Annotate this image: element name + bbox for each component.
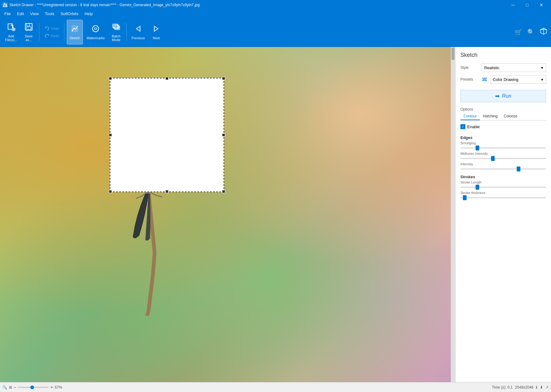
- titlebar-text: Sketch Drawer - ****Unregistered version…: [9, 3, 200, 7]
- menu-view[interactable]: View: [27, 11, 42, 17]
- watermarks-label: Watermarks: [87, 36, 105, 40]
- presets-label: Presets: [460, 77, 479, 82]
- sketch-selection[interactable]: [110, 78, 224, 192]
- search-icon[interactable]: 🔍: [526, 27, 536, 37]
- intensity-thumb[interactable]: [517, 166, 520, 171]
- handle-top-middle[interactable]: [165, 77, 169, 80]
- enable-row: ✓ Enable: [455, 123, 551, 130]
- sketch-icon: [70, 24, 79, 35]
- midtones-thumb[interactable]: [491, 156, 495, 161]
- sketch-button[interactable]: Sketch: [67, 20, 83, 44]
- batch-mode-icon: [112, 23, 121, 33]
- options-tabs: Contour Hatching Colorize: [460, 113, 546, 120]
- download-icon: ⬇: [540, 385, 543, 390]
- save-as-icon: [24, 23, 33, 33]
- add-file-label: Add File(s)...: [5, 34, 17, 42]
- vertical-scrollbar[interactable]: [451, 47, 455, 382]
- minimize-button[interactable]: ─: [506, 0, 520, 10]
- redo-button[interactable]: Redo: [43, 32, 60, 39]
- style-dropdown[interactable]: Realistic ▾: [481, 63, 546, 72]
- handle-bottom-middle[interactable]: [165, 190, 169, 193]
- app-icon: [2, 2, 7, 7]
- stroke-length-label: Stroke Length: [455, 180, 551, 185]
- smudging-label: Smudging: [455, 141, 551, 145]
- zoom-icon-search: 🔍: [2, 385, 7, 390]
- stroke-length-slider[interactable]: [455, 185, 551, 190]
- statusbar-right: Time (s): 0.1 2048x2048 ℹ ⬇ ↗: [492, 385, 549, 390]
- titlebar: Sketch Drawer - ****Unregistered version…: [0, 0, 551, 10]
- zoom-slider[interactable]: [18, 387, 49, 388]
- toolbar: Add File(s)... Save as... Undo Redo Sket…: [0, 17, 551, 47]
- enable-checkbox[interactable]: ✓: [460, 124, 465, 129]
- intensity-slider[interactable]: [455, 167, 551, 172]
- midtones-label: Midtones Intensity: [455, 151, 551, 156]
- stroke-thickness-slider[interactable]: [455, 196, 551, 201]
- tab-hatching[interactable]: Hatching: [480, 113, 501, 120]
- info-icon: ℹ: [536, 385, 537, 390]
- style-row: Style Realistic ▾: [460, 63, 546, 72]
- previous-button[interactable]: Previous: [129, 20, 147, 44]
- handle-top-right[interactable]: [222, 77, 225, 80]
- presets-dropdown[interactable]: Color Drawing ▾: [490, 75, 546, 84]
- tab-colorize[interactable]: Colorize: [501, 113, 520, 120]
- smudging-thumb[interactable]: [476, 145, 479, 150]
- fit-icon: ⊞: [9, 385, 12, 390]
- scrollbar-thumb[interactable]: [451, 48, 455, 60]
- cart-icon[interactable]: 🛒: [513, 27, 523, 37]
- smudging-slider[interactable]: [455, 146, 551, 151]
- undo-button[interactable]: Undo: [43, 25, 60, 32]
- menu-help[interactable]: Help: [81, 11, 96, 17]
- add-file-button[interactable]: Add File(s)...: [2, 20, 20, 44]
- zoom-out-btn[interactable]: −: [14, 385, 16, 390]
- svg-point-12: [72, 30, 73, 31]
- share-icon: ↗: [545, 385, 549, 390]
- next-button[interactable]: Next: [148, 20, 164, 44]
- style-dropdown-arrow: ▾: [541, 65, 543, 70]
- stroke-thickness-track: [460, 197, 546, 198]
- save-as-button[interactable]: Save as...: [21, 20, 36, 44]
- strokes-heading: Strokes: [455, 173, 551, 180]
- zoom-thumb[interactable]: [30, 386, 34, 389]
- handle-middle-left[interactable]: [109, 133, 112, 137]
- canvas-wrapper[interactable]: [0, 47, 455, 382]
- smudging-track: [460, 147, 546, 149]
- batch-mode-button[interactable]: Batch Mode: [109, 20, 124, 44]
- tab-contour[interactable]: Contour: [460, 113, 480, 120]
- menu-tools[interactable]: Tools: [42, 11, 57, 17]
- zoom-in-btn[interactable]: +: [51, 385, 53, 390]
- watermarks-button[interactable]: Watermarks: [84, 20, 107, 44]
- stroke-thickness-label: Stroke thickness: [455, 190, 551, 195]
- svg-rect-7: [27, 23, 30, 26]
- menu-edit[interactable]: Edit: [14, 11, 27, 17]
- enable-label: Enable: [467, 124, 480, 129]
- handle-middle-right[interactable]: [222, 133, 225, 137]
- midtones-track: [460, 158, 546, 159]
- titlebar-controls: ─ □ ✕: [506, 0, 549, 10]
- presets-row: Presets Color Drawing ▾: [460, 75, 546, 84]
- previous-icon: [134, 24, 143, 35]
- run-button[interactable]: ➡ Run: [460, 90, 546, 102]
- svg-marker-18: [154, 26, 158, 31]
- handle-bottom-left[interactable]: [109, 190, 112, 193]
- stroke-thickness-thumb[interactable]: [463, 195, 467, 200]
- midtones-slider[interactable]: [455, 157, 551, 162]
- toolbar-right: 🛒 🔍: [513, 26, 549, 38]
- maximize-button[interactable]: □: [520, 0, 534, 10]
- main-layout: Sketch Style Realistic ▾ Presets Col: [0, 47, 551, 382]
- menu-softorbits[interactable]: SoftOrbits: [58, 11, 82, 17]
- stroke-length-thumb[interactable]: [476, 185, 479, 190]
- presets-dropdown-arrow: ▾: [541, 77, 543, 82]
- handle-bottom-right[interactable]: [222, 190, 225, 193]
- menu-file[interactable]: File: [1, 11, 14, 17]
- style-value: Realistic: [484, 65, 499, 70]
- undo-label: Undo: [51, 27, 59, 30]
- intensity-track: [460, 168, 546, 170]
- run-label: Run: [502, 93, 511, 99]
- options-label: Options: [455, 106, 551, 113]
- svg-point-13: [92, 26, 99, 32]
- close-button[interactable]: ✕: [534, 0, 549, 10]
- handle-top-left[interactable]: [109, 77, 112, 80]
- presets-sliders-icon: [481, 77, 488, 82]
- toolbar-separator-3: [126, 23, 127, 41]
- 3d-cube-icon[interactable]: [539, 26, 549, 38]
